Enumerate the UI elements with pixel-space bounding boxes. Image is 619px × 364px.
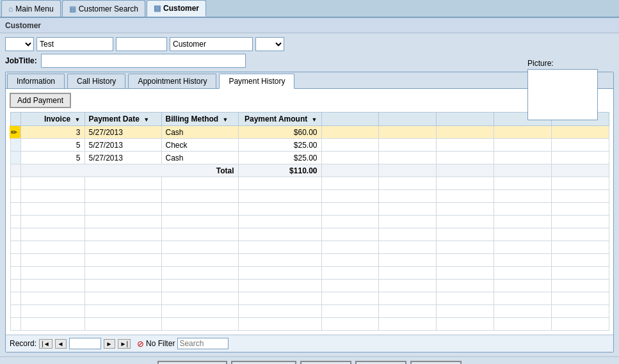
picture-box — [527, 69, 598, 120]
delete-button[interactable]: Delete — [300, 361, 351, 364]
tab-payment-history-label: Payment History — [229, 77, 285, 86]
empty-row — [10, 267, 609, 280]
print-button[interactable]: Print — [410, 361, 462, 364]
first-name-field[interactable] — [36, 37, 113, 51]
bottom-button-bar: Save & Close Save & New Delete Cancel Pr… — [0, 356, 619, 364]
last-name-field[interactable] — [170, 37, 253, 51]
save-new-button[interactable]: Save & New — [231, 361, 296, 364]
method-sort-icon: ▼ — [223, 116, 229, 123]
row-indicator: ✏ — [10, 126, 20, 139]
middle-name-field[interactable] — [116, 37, 167, 51]
nav-prev-button[interactable]: ◄ — [55, 339, 67, 349]
empty-row — [10, 203, 609, 216]
extra-cell — [321, 152, 379, 164]
tab-appointment-history-label: Appointment History — [138, 77, 207, 86]
jobtitle-label: JobTitle: — [5, 56, 37, 65]
extra-header-2 — [379, 113, 437, 126]
date-cell: 5/27/2013 — [84, 139, 161, 152]
table-row[interactable]: 5 5/27/2013 Check $25.00 — [10, 139, 609, 152]
picture-label: Picture: — [527, 59, 604, 68]
inner-tab-bar: Information Call History Appointment His… — [6, 72, 613, 89]
search-input[interactable] — [177, 338, 229, 349]
extra-cell — [552, 164, 609, 177]
total-label: Total — [20, 164, 238, 177]
date-sort-icon: ▼ — [143, 116, 149, 123]
tab-appointment-history[interactable]: Appointment History — [128, 74, 216, 88]
total-amount: $110.00 — [238, 164, 321, 177]
nav-next-button[interactable]: ► — [104, 339, 115, 349]
empty-row — [10, 292, 609, 305]
tab-main-menu-label: Main Menu — [15, 4, 53, 13]
jobtitle-field[interactable] — [41, 54, 246, 68]
extra-cell — [437, 126, 494, 139]
extra-cell — [379, 152, 437, 164]
extra-cell — [494, 126, 552, 139]
extra-cell — [379, 126, 437, 139]
top-tab-bar: ⌂ Main Menu ▦ Customer Search ▤ Customer — [0, 0, 619, 18]
tab-customer-search[interactable]: ▦ Customer Search — [62, 0, 145, 17]
method-cell: Check — [161, 139, 238, 152]
empty-row — [10, 254, 609, 267]
amount-cell: $25.00 — [238, 152, 321, 164]
extra-cell — [437, 164, 494, 177]
no-filter-label: No Filter — [146, 339, 175, 348]
invoice-cell: 5 — [20, 152, 84, 164]
extra-cell — [437, 139, 494, 152]
empty-row — [10, 216, 609, 228]
record-number-input[interactable] — [69, 338, 101, 349]
empty-row — [10, 177, 609, 190]
tab-information[interactable]: Information — [7, 74, 65, 88]
tab-customer[interactable]: ▤ Customer — [147, 0, 206, 17]
extra-cell — [379, 139, 437, 152]
total-row: Total $110.00 — [10, 164, 609, 177]
cancel-button[interactable]: Cancel — [355, 361, 406, 364]
amount-cell: $60.00 — [238, 126, 321, 139]
extra-cell — [552, 126, 609, 139]
extra-cell — [494, 152, 552, 164]
table-row[interactable]: 5 5/27/2013 Cash $25.00 — [10, 152, 609, 164]
table-icon: ▤ — [154, 4, 161, 13]
method-column-header[interactable]: Billing Method ▼ — [161, 113, 238, 126]
save-close-button[interactable]: Save & Close — [157, 361, 227, 364]
tab-call-history[interactable]: Call History — [67, 74, 125, 88]
home-icon: ⌂ — [8, 4, 13, 13]
payment-history-content: Add Payment Invoice ▼ Payment Date ▼ — [6, 89, 613, 335]
invoice-column-header[interactable]: Invoice ▼ — [20, 113, 84, 126]
empty-row — [10, 228, 609, 241]
prefix-select[interactable]: Mr.Mrs.Ms.Dr. — [5, 37, 34, 51]
payment-table: Invoice ▼ Payment Date ▼ Billing Method … — [10, 112, 609, 331]
date-header-label: Payment Date — [89, 115, 140, 123]
amount-header-label: Payment Amount — [245, 115, 307, 123]
empty-row — [10, 190, 609, 203]
invoice-header-label: Invoice — [44, 115, 70, 123]
amount-sort-icon: ▼ — [312, 116, 318, 123]
tab-payment-history[interactable]: Payment History — [219, 74, 294, 89]
extra-cell — [552, 139, 609, 152]
filter-section: ⊘ No Filter — [137, 339, 175, 349]
grid-icon: ▦ — [69, 4, 76, 13]
tab-main-menu[interactable]: ⌂ Main Menu — [1, 0, 61, 17]
indicator-header — [10, 113, 20, 126]
invoice-sort-icon: ▼ — [75, 116, 81, 123]
amount-column-header[interactable]: Payment Amount ▼ — [238, 113, 321, 126]
extra-cell — [552, 152, 609, 164]
add-payment-button[interactable]: Add Payment — [10, 93, 71, 108]
row-indicator — [10, 164, 20, 177]
row-indicator — [10, 139, 20, 152]
form-title: Customer — [5, 21, 41, 30]
suffix-select[interactable]: Jr.Sr.IIIII — [255, 37, 284, 51]
nav-first-button[interactable]: |◄ — [39, 339, 52, 349]
empty-row — [10, 280, 609, 292]
extra-header-3 — [437, 113, 494, 126]
nav-last-button[interactable]: ►| — [118, 339, 131, 349]
empty-row — [10, 241, 609, 254]
table-row[interactable]: ✏ 3 5/27/2013 Cash $60.00 — [10, 126, 609, 139]
no-filter-icon: ⊘ — [137, 339, 144, 349]
record-label: Record: — [10, 339, 36, 348]
extra-header-1 — [321, 113, 379, 126]
method-cell: Cash — [161, 126, 238, 139]
method-cell: Cash — [161, 152, 238, 164]
date-column-header[interactable]: Payment Date ▼ — [84, 113, 161, 126]
invoice-cell: 5 — [20, 139, 84, 152]
date-cell: 5/27/2013 — [84, 152, 161, 164]
